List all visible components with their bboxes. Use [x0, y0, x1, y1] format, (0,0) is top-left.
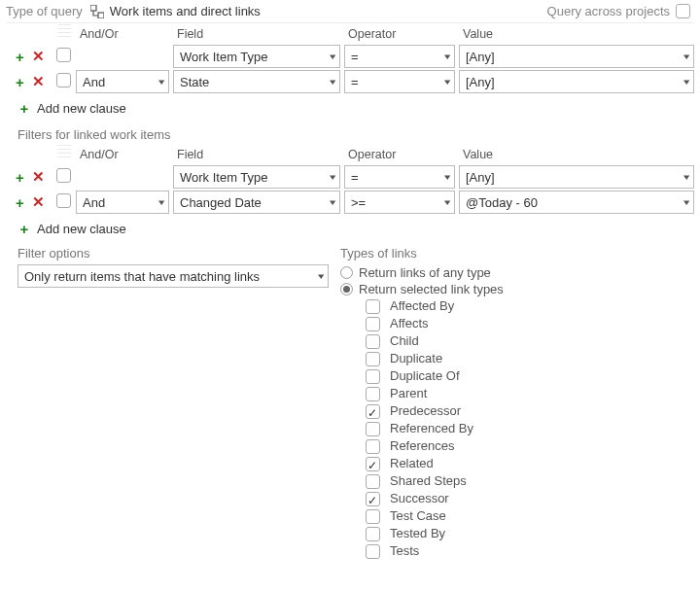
link-type-radio-any[interactable]: Return links of any type — [340, 264, 688, 281]
checkbox-icon — [366, 334, 380, 349]
svg-rect-1 — [98, 13, 104, 18]
checkbox-icon — [366, 492, 380, 506]
link-type-label: Parent — [390, 385, 427, 402]
add-clause-label: Add new clause — [37, 222, 126, 236]
link-type-option[interactable]: Successor — [366, 490, 688, 507]
plus-icon: + — [18, 221, 31, 236]
clause-header: And/Or Field Operator Value — [6, 144, 694, 164]
col-header-field: Field — [173, 27, 340, 41]
link-type-option[interactable]: Test Case — [366, 507, 688, 525]
link-type-label: Affected By — [390, 297, 454, 315]
grip-icon — [57, 24, 71, 40]
col-header-value: Value — [459, 27, 694, 41]
link-type-label: Tested By — [390, 525, 445, 542]
chevron-down-icon: ▾ — [683, 52, 690, 61]
checkbox-icon — [366, 509, 380, 524]
value-select[interactable]: [Any] ▾ — [459, 45, 694, 68]
link-type-radio-selected[interactable]: Return selected link types — [340, 281, 688, 297]
remove-clause-button[interactable]: ✕ — [31, 169, 47, 185]
link-type-option[interactable]: Related — [366, 455, 688, 472]
chevron-down-icon: ▾ — [683, 197, 690, 207]
operator-value: = — [351, 75, 359, 89]
col-header-andor: And/Or — [76, 27, 169, 41]
link-type-option[interactable]: References — [366, 437, 688, 455]
linked-clause-grid: And/Or Field Operator Value + ✕ ▾ Work I… — [6, 144, 694, 215]
top-level-clause-grid: And/Or Field Operator Value + ✕ ▾ Work I… — [6, 23, 694, 94]
enable-clause-checkbox[interactable] — [56, 168, 71, 183]
chevron-down-icon: ▾ — [330, 172, 336, 182]
col-header-operator: Operator — [344, 27, 455, 41]
value-select[interactable]: [Any] ▾ — [459, 70, 694, 93]
chevron-down-icon: ▾ — [683, 172, 690, 182]
link-type-option[interactable]: Affected By — [366, 297, 688, 315]
add-clause-button[interactable]: + — [13, 49, 28, 64]
chevron-down-icon: ▾ — [158, 197, 165, 207]
add-new-clause[interactable]: + Add new clause — [6, 94, 694, 122]
add-new-clause[interactable]: + Add new clause — [6, 215, 694, 242]
link-type-option[interactable]: Tests — [366, 542, 688, 560]
value-select[interactable]: @Today - 60 ▾ — [459, 191, 694, 214]
link-type-option[interactable]: Shared Steps — [366, 472, 688, 490]
operator-select[interactable]: = ▾ — [344, 70, 455, 93]
linked-filters-label: Filters for linked work items — [6, 122, 694, 144]
field-select[interactable]: Work Item Type ▾ — [173, 45, 340, 68]
add-clause-button[interactable]: + — [13, 74, 28, 89]
link-type-label: Affects — [390, 315, 429, 332]
link-type-option[interactable]: Child — [366, 332, 688, 350]
value-text: [Any] — [466, 170, 495, 185]
checkbox-icon — [366, 352, 380, 366]
link-type-option[interactable]: Affects — [366, 315, 688, 332]
checkbox-icon — [366, 544, 380, 559]
field-select[interactable]: Changed Date ▾ — [173, 191, 340, 214]
field-select[interactable]: Work Item Type ▾ — [173, 165, 340, 189]
andor-select[interactable]: And ▾ — [76, 70, 169, 93]
link-type-label: Duplicate — [390, 350, 442, 367]
link-types-list: Affected ByAffectsChildDuplicateDuplicat… — [340, 297, 688, 560]
filter-options-select[interactable]: Only return items that have matching lin… — [18, 264, 329, 288]
query-across-projects-checkbox[interactable] — [676, 4, 690, 18]
link-type-label: Duplicate Of — [390, 367, 460, 385]
link-type-option[interactable]: Tested By — [366, 525, 688, 542]
chevron-down-icon: ▾ — [444, 77, 451, 87]
field-value: Changed Date — [180, 195, 262, 210]
top-bar: Type of query Work items and direct link… — [6, 2, 694, 23]
andor-value: And — [83, 195, 105, 210]
andor-select[interactable]: And ▾ — [76, 191, 169, 214]
chevron-down-icon: ▾ — [330, 197, 336, 207]
enable-clause-checkbox[interactable] — [56, 193, 71, 208]
add-clause-button[interactable]: + — [13, 194, 28, 210]
operator-select[interactable]: = ▾ — [344, 165, 455, 189]
link-type-label: Tests — [390, 542, 419, 560]
operator-select[interactable]: = ▾ — [344, 45, 455, 68]
link-type-option[interactable]: Duplicate Of — [366, 367, 688, 385]
col-header-andor: And/Or — [76, 148, 169, 161]
enable-clause-checkbox[interactable] — [56, 73, 71, 87]
field-select[interactable]: State ▾ — [173, 70, 340, 93]
link-type-option[interactable]: Parent — [366, 385, 688, 402]
clause-row: + ✕ ▾ Work Item Type ▾ = ▾ [Any — [6, 164, 694, 190]
andor-select[interactable]: ▾ — [76, 165, 169, 189]
checkbox-icon — [366, 439, 380, 454]
add-clause-button[interactable]: + — [13, 169, 28, 185]
chevron-down-icon: ▾ — [444, 172, 451, 182]
remove-clause-button[interactable]: ✕ — [31, 49, 47, 64]
link-type-option[interactable]: Predecessor — [366, 402, 688, 420]
link-type-option[interactable]: Duplicate — [366, 350, 688, 367]
operator-select[interactable]: >= ▾ — [344, 191, 455, 214]
chevron-down-icon: ▾ — [158, 77, 165, 87]
link-type-label: Shared Steps — [390, 472, 467, 490]
clause-row: + ✕ And ▾ Changed Date ▾ >= ▾ @T — [6, 190, 694, 215]
link-type-label: Test Case — [390, 507, 446, 525]
field-value: State — [180, 75, 209, 89]
remove-clause-button[interactable]: ✕ — [31, 74, 47, 89]
link-type-option[interactable]: Referenced By — [366, 420, 688, 437]
remove-clause-button[interactable]: ✕ — [31, 194, 47, 210]
radio-any-label: Return links of any type — [359, 265, 491, 280]
link-type-label: Predecessor — [390, 402, 461, 420]
value-select[interactable]: [Any] ▾ — [459, 165, 694, 189]
andor-select[interactable]: ▾ — [76, 45, 169, 68]
query-across-projects-label: Query across projects — [547, 4, 670, 18]
col-header-operator: Operator — [344, 148, 455, 161]
chevron-down-icon: ▾ — [444, 52, 451, 61]
enable-clause-checkbox[interactable] — [56, 48, 71, 62]
